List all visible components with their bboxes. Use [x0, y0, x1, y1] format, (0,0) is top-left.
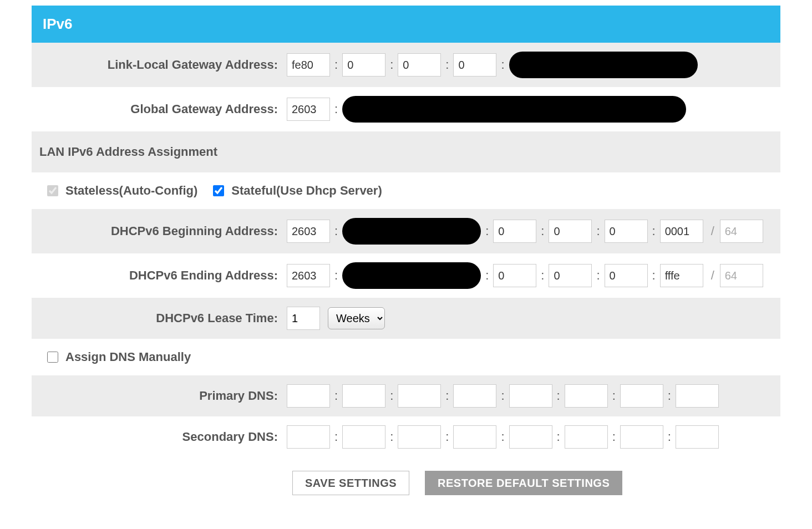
- colon-separator: :: [333, 224, 339, 238]
- primary-dns-label: Primary DNS:: [37, 389, 287, 403]
- primary-dns-seg2[interactable]: [342, 384, 385, 408]
- colon-separator: :: [333, 102, 339, 116]
- restore-defaults-button[interactable]: RESTORE DEFAULT SETTINGS: [425, 471, 622, 495]
- colon-separator: :: [556, 430, 561, 444]
- dhcpv6-end-seg6[interactable]: [549, 264, 592, 287]
- stateful-checkbox[interactable]: [213, 185, 224, 196]
- link-local-seg3[interactable]: [398, 53, 441, 77]
- primary-dns-seg8[interactable]: [676, 384, 719, 408]
- colon-separator: :: [556, 389, 561, 403]
- dhcpv6-end-seg1[interactable]: [287, 264, 330, 287]
- secondary-dns-seg2[interactable]: [342, 425, 385, 449]
- stateless-label: Stateless(Auto-Config): [65, 184, 197, 198]
- colon-separator: :: [595, 268, 601, 283]
- primary-dns-row: Primary DNS: : : : : : : :: [32, 375, 780, 416]
- save-settings-button[interactable]: SAVE SETTINGS: [292, 471, 409, 495]
- colon-separator: :: [333, 58, 339, 72]
- dhcpv6-begin-label: DHCPv6 Beginning Address:: [37, 224, 287, 238]
- dhcpv6-begin-prefix: [720, 220, 763, 243]
- dhcpv6-end-redacted: [342, 262, 481, 289]
- dhcpv6-end-seg7[interactable]: [605, 264, 648, 287]
- dhcpv6-begin-seg8[interactable]: [660, 220, 703, 243]
- dhcpv6-end-seg8[interactable]: [660, 264, 703, 287]
- dhcpv6-lease-value[interactable]: [287, 307, 320, 330]
- secondary-dns-seg8[interactable]: [676, 425, 719, 449]
- secondary-dns-seg1[interactable]: [287, 425, 330, 449]
- global-gateway-row: Global Gateway Address: :: [32, 87, 780, 131]
- global-gateway-redacted: [342, 96, 686, 123]
- colon-separator: :: [651, 224, 657, 238]
- dhcpv6-begin-seg6[interactable]: [549, 220, 592, 243]
- colon-separator: :: [389, 58, 394, 72]
- dhcpv6-begin-seg1[interactable]: [287, 220, 330, 243]
- link-local-seg2[interactable]: [342, 53, 385, 77]
- assign-dns-row: Assign DNS Manually: [32, 339, 780, 375]
- secondary-dns-seg7[interactable]: [620, 425, 663, 449]
- colon-separator: :: [389, 430, 394, 444]
- colon-separator: :: [611, 430, 617, 444]
- colon-separator: :: [667, 430, 672, 444]
- dhcpv6-lease-row: DHCPv6 Lease Time: Weeks: [32, 298, 780, 339]
- dhcpv6-end-prefix: [720, 264, 763, 287]
- colon-separator: :: [500, 389, 505, 403]
- colon-separator: :: [333, 268, 339, 283]
- assign-dns-checkbox[interactable]: [47, 352, 58, 363]
- colon-separator: :: [484, 268, 490, 283]
- global-gateway-seg1[interactable]: [287, 98, 330, 121]
- secondary-dns-seg5[interactable]: [509, 425, 552, 449]
- secondary-dns-seg4[interactable]: [453, 425, 496, 449]
- primary-dns-seg1[interactable]: [287, 384, 330, 408]
- colon-separator: :: [667, 389, 672, 403]
- dhcpv6-begin-redacted: [342, 218, 481, 245]
- stateful-label: Stateful(Use Dhcp Server): [231, 184, 382, 198]
- link-local-redacted: [509, 52, 698, 78]
- page-title: IPv6: [32, 6, 780, 43]
- slash-separator: /: [707, 268, 717, 283]
- primary-dns-seg6[interactable]: [565, 384, 608, 408]
- colon-separator: :: [444, 58, 450, 72]
- colon-separator: :: [540, 268, 545, 283]
- secondary-dns-seg6[interactable]: [565, 425, 608, 449]
- colon-separator: :: [500, 430, 505, 444]
- stateless-checkbox[interactable]: [47, 185, 58, 196]
- primary-dns-seg4[interactable]: [453, 384, 496, 408]
- secondary-dns-row: Secondary DNS: : : : : : : :: [32, 416, 780, 457]
- dhcpv6-lease-unit[interactable]: Weeks: [328, 307, 385, 329]
- dhcpv6-lease-label: DHCPv6 Lease Time:: [37, 311, 287, 325]
- colon-separator: :: [595, 224, 601, 238]
- link-local-seg4[interactable]: [453, 53, 496, 77]
- primary-dns-seg7[interactable]: [620, 384, 663, 408]
- dhcpv6-end-row: DHCPv6 Ending Address: : : : : : /: [32, 253, 780, 298]
- slash-separator: /: [707, 224, 717, 238]
- assignment-mode-row: Stateless(Auto-Config) Stateful(Use Dhcp…: [32, 172, 780, 209]
- colon-separator: :: [333, 389, 339, 403]
- link-local-row: Link-Local Gateway Address: : : : :: [32, 43, 780, 87]
- dhcpv6-end-label: DHCPv6 Ending Address:: [37, 268, 287, 283]
- secondary-dns-seg3[interactable]: [398, 425, 441, 449]
- colon-separator: :: [484, 224, 490, 238]
- assign-dns-label: Assign DNS Manually: [65, 350, 191, 364]
- primary-dns-seg3[interactable]: [398, 384, 441, 408]
- button-row: SAVE SETTINGS RESTORE DEFAULT SETTINGS: [32, 457, 780, 501]
- colon-separator: :: [389, 389, 394, 403]
- colon-separator: :: [444, 389, 450, 403]
- lan-ipv6-section: LAN IPv6 Address Assignment: [32, 131, 780, 172]
- colon-separator: :: [540, 224, 545, 238]
- link-local-label: Link-Local Gateway Address:: [37, 58, 287, 72]
- dhcpv6-begin-seg5[interactable]: [493, 220, 536, 243]
- secondary-dns-label: Secondary DNS:: [37, 430, 287, 444]
- colon-separator: :: [500, 58, 505, 72]
- global-gateway-label: Global Gateway Address:: [37, 102, 287, 116]
- dhcpv6-begin-seg7[interactable]: [605, 220, 648, 243]
- colon-separator: :: [444, 430, 450, 444]
- dhcpv6-begin-row: DHCPv6 Beginning Address: : : : : : /: [32, 209, 780, 253]
- colon-separator: :: [651, 268, 657, 283]
- colon-separator: :: [333, 430, 339, 444]
- link-local-seg1[interactable]: [287, 53, 330, 77]
- dhcpv6-end-seg5[interactable]: [493, 264, 536, 287]
- colon-separator: :: [611, 389, 617, 403]
- primary-dns-seg5[interactable]: [509, 384, 552, 408]
